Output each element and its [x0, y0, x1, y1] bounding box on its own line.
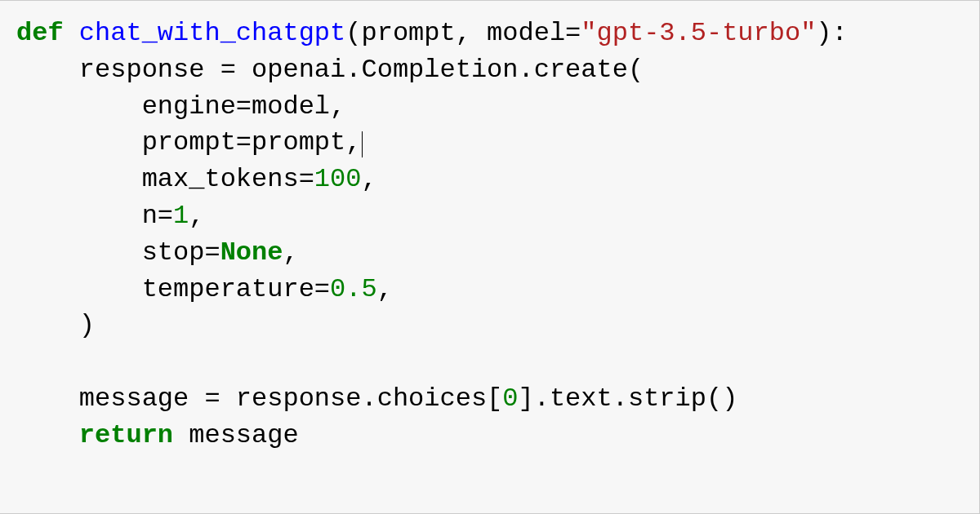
code-line-8: temperature=0.5, [16, 274, 393, 304]
function-name: chat_with_chatgpt [79, 18, 345, 48]
code-line-2: response = openai.Completion.create( [16, 55, 644, 85]
code-line-7: stop=None, [16, 237, 299, 268]
code-line-5: max_tokens=100, [16, 164, 377, 194]
text-cursor [362, 131, 363, 157]
number-literal: 100 [314, 164, 362, 194]
code-line-4: prompt=prompt, [16, 127, 363, 157]
code-line-6: n=1, [16, 201, 204, 231]
code-line-12: return message [16, 420, 299, 450]
number-literal: 0.5 [330, 274, 377, 304]
number-literal: 1 [173, 201, 189, 231]
code-line-1: def chat_with_chatgpt(prompt, model="gpt… [16, 18, 848, 48]
number-literal: 0 [502, 383, 518, 414]
code-line-9: ) [16, 310, 95, 340]
string-literal: "gpt-3.5-turbo" [581, 18, 816, 48]
keyword-return: return [79, 420, 173, 450]
keyword-none: None [220, 237, 283, 268]
keyword-def: def [16, 18, 64, 48]
code-line-11: message = response.choices[0].text.strip… [16, 383, 737, 414]
code-line-3: engine=model, [16, 91, 345, 122]
code-editor[interactable]: def chat_with_chatgpt(prompt, model="gpt… [0, 0, 980, 514]
